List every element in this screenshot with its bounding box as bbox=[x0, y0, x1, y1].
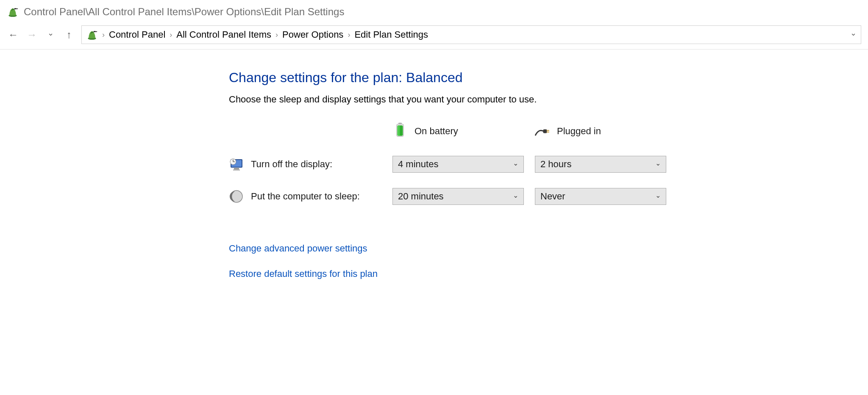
display-battery-dropdown[interactable]: 4 minutes bbox=[392, 156, 524, 173]
breadcrumb-item-power-options[interactable]: Power Options bbox=[282, 29, 343, 40]
plugged-in-label: Plugged in bbox=[557, 126, 601, 137]
forward-button[interactable] bbox=[25, 28, 38, 41]
back-button[interactable] bbox=[7, 28, 19, 41]
display-plugged-dropdown[interactable]: 2 hours bbox=[535, 156, 666, 173]
row-put-to-sleep: Put the computer to sleep: bbox=[229, 189, 381, 204]
monitor-clock-icon bbox=[229, 157, 244, 172]
display-plugged-value: 2 hours bbox=[540, 159, 571, 170]
page-heading: Change settings for the plan: Balanced bbox=[229, 70, 868, 86]
column-header-plugged-in: Plugged in bbox=[535, 124, 666, 139]
column-header-on-battery: On battery bbox=[392, 122, 524, 141]
on-battery-label: On battery bbox=[415, 126, 458, 137]
breadcrumb-separator-icon[interactable]: › bbox=[102, 30, 105, 39]
address-bar-icon bbox=[86, 29, 98, 41]
svg-rect-16 bbox=[233, 169, 240, 171]
chevron-down-icon bbox=[513, 193, 518, 201]
svg-rect-5 bbox=[95, 31, 97, 32]
up-button[interactable] bbox=[63, 28, 75, 41]
put-to-sleep-label: Put the computer to sleep: bbox=[251, 191, 360, 202]
battery-icon bbox=[392, 122, 408, 141]
links-section: Change advanced power settings Restore d… bbox=[229, 243, 868, 279]
row-turn-off-display: Turn off the display: bbox=[229, 157, 381, 172]
plug-icon bbox=[535, 124, 550, 139]
address-bar-history-button[interactable] bbox=[850, 30, 857, 39]
change-advanced-link[interactable]: Change advanced power settings bbox=[229, 243, 868, 254]
power-plan-icon bbox=[7, 6, 19, 18]
sleep-plugged-value: Never bbox=[540, 191, 565, 202]
chevron-down-icon bbox=[513, 160, 518, 168]
breadcrumb-separator-icon[interactable]: › bbox=[170, 30, 172, 39]
svg-rect-2 bbox=[16, 8, 18, 9]
window-title-bar: Control Panel\All Control Panel Items\Po… bbox=[0, 0, 868, 22]
breadcrumb-item-all-items[interactable]: All Control Panel Items bbox=[176, 29, 271, 40]
window-title-text: Control Panel\All Control Panel Items\Po… bbox=[24, 6, 344, 18]
navigation-bar: › Control Panel › All Control Panel Item… bbox=[0, 22, 868, 50]
sleep-plugged-dropdown[interactable]: Never bbox=[535, 188, 666, 205]
svg-rect-15 bbox=[234, 168, 239, 169]
breadcrumb-item-control-panel[interactable]: Control Panel bbox=[109, 29, 165, 40]
svg-rect-11 bbox=[547, 130, 549, 131]
restore-defaults-link[interactable]: Restore default settings for this plan bbox=[229, 268, 868, 279]
address-bar[interactable]: › Control Panel › All Control Panel Item… bbox=[81, 25, 861, 44]
page-subtext: Choose the sleep and display settings th… bbox=[229, 94, 868, 105]
main-content: Change settings for the plan: Balanced C… bbox=[0, 50, 868, 279]
chevron-down-icon bbox=[655, 193, 661, 201]
moon-icon bbox=[229, 189, 244, 204]
turn-off-display-label: Turn off the display: bbox=[251, 159, 332, 170]
sleep-battery-value: 20 minutes bbox=[398, 191, 444, 202]
display-battery-value: 4 minutes bbox=[398, 159, 438, 170]
breadcrumb-item-edit-plan[interactable]: Edit Plan Settings bbox=[354, 29, 428, 40]
sleep-battery-dropdown[interactable]: 20 minutes bbox=[392, 188, 524, 205]
chevron-down-icon bbox=[655, 160, 661, 168]
recent-locations-button[interactable] bbox=[44, 28, 57, 41]
svg-rect-9 bbox=[397, 125, 400, 136]
svg-rect-12 bbox=[547, 132, 549, 133]
svg-rect-10 bbox=[543, 130, 547, 133]
settings-grid: On battery Plugged in bbox=[229, 122, 868, 205]
breadcrumb-separator-icon[interactable]: › bbox=[348, 30, 350, 39]
breadcrumb-separator-icon[interactable]: › bbox=[275, 30, 278, 39]
